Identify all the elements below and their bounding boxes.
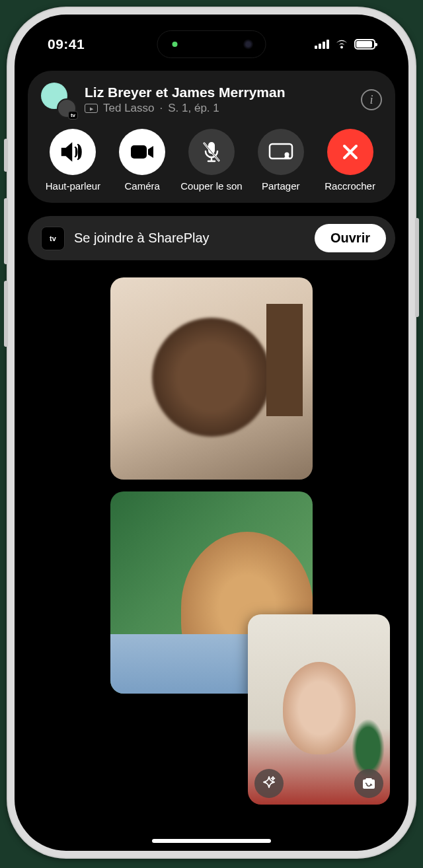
battery-icon [354,39,375,50]
info-button[interactable]: i [361,89,382,110]
speaker-label: Haut-parleur [46,180,100,192]
appletv-badge-icon: tv [68,111,78,120]
speaker-button[interactable] [50,129,96,175]
share-label: Partager [262,180,300,192]
flip-camera-button[interactable] [354,769,383,798]
dynamic-island[interactable] [157,30,266,58]
now-playing-subtitle: Ted Lasso · S. 1, ép. 1 [85,102,352,115]
shareplay-banner: tv Se joindre à SharePlay Ouvrir [28,216,395,260]
shareplay-screen-icon [268,143,293,161]
end-call-label: Raccrocher [325,180,375,192]
call-participants-title: Liz Breyer et James Merryman [85,85,352,100]
camera-button[interactable] [119,129,165,175]
side-button [4,281,8,347]
effects-button[interactable] [254,769,284,798]
cellular-signal-icon [315,40,329,49]
mute-button[interactable] [188,129,235,175]
status-bar: 09:41 [15,26,408,62]
shareplay-open-button[interactable]: Ouvrir [315,224,386,252]
effects-star-icon [261,776,277,791]
status-time: 09:41 [48,36,85,52]
camera-label: Caméra [125,180,160,192]
svg-rect-0 [131,145,147,159]
call-controls-panel: tv Liz Breyer et James Merryman Ted Lass… [28,71,395,203]
mute-label: Couper le son [180,180,242,192]
episode-label: S. 1, ép. 1 [168,102,219,115]
microphone-slash-icon [202,141,221,163]
phone-frame: 09:41 [7,7,416,859]
camera-flip-icon [361,777,377,790]
camera-privacy-dot-icon [172,42,177,47]
home-indicator[interactable] [152,839,271,843]
pip-tv-icon [85,104,98,113]
side-button [4,139,8,172]
video-camera-icon [130,144,155,160]
participant-tile[interactable] [110,277,313,480]
side-button [415,218,419,317]
shareplay-text: Se joindre à SharePlay [74,231,305,246]
end-call-button[interactable] [327,129,373,175]
speaker-icon [60,142,85,162]
status-right [315,39,375,50]
appletv-app-icon: tv [41,227,65,250]
group-avatar[interactable]: tv [41,83,75,117]
side-button [4,198,8,264]
show-name: Ted Lasso [103,102,155,115]
svg-rect-4 [270,144,292,159]
self-view-pip[interactable] [248,614,390,805]
wifi-icon [334,39,349,50]
close-icon [342,143,359,161]
dot-separator: · [160,102,163,115]
share-button[interactable] [258,129,304,175]
screen: 09:41 [15,15,408,851]
front-camera-lens-icon [243,39,254,50]
